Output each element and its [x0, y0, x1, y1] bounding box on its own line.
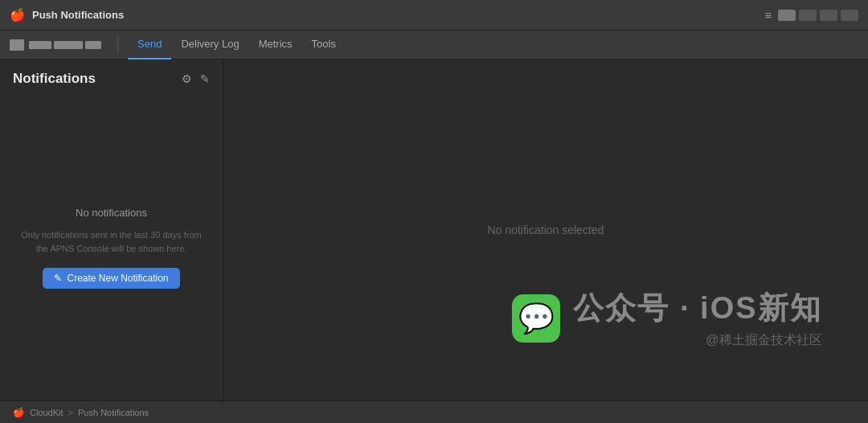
logo-text-2	[54, 41, 83, 49]
tab-metrics[interactable]: Metrics	[249, 31, 302, 60]
window-btn-2[interactable]	[799, 10, 817, 21]
tab-tools[interactable]: Tools	[302, 31, 346, 60]
breadcrumb-push-notifications: Push Notifications	[78, 408, 149, 417]
sidebar-title: Notifications	[13, 71, 96, 87]
create-button-label: Create New Notification	[67, 273, 168, 284]
tab-delivery-log[interactable]: Delivery Log	[171, 31, 248, 60]
bottombar: 🍎 CloudKit > Push Notifications	[0, 400, 868, 423]
no-selection-text: No notification selected	[488, 224, 604, 236]
titlebar-controls: ≡	[765, 9, 858, 22]
window-buttons	[778, 10, 858, 21]
titlebar: 🍎 Push Notifications ≡	[0, 0, 868, 31]
sidebar-header: Notifications ⚙ ✎	[0, 60, 223, 95]
edit-icon[interactable]: ✎	[200, 72, 210, 85]
tab-send[interactable]: Send	[128, 31, 171, 60]
create-notification-button[interactable]: ✎ Create New Notification	[43, 268, 179, 289]
right-panel: No notification selected	[223, 60, 868, 400]
breadcrumb-cloudkit[interactable]: CloudKit	[30, 408, 63, 417]
titlebar-title: Push Notifications	[32, 9, 124, 21]
apple-icon: 🍎	[10, 7, 26, 23]
sidebar-icon-group: ⚙ ✎	[182, 72, 210, 85]
toolbar-logo	[10, 39, 101, 51]
sidebar: Notifications ⚙ ✎ No notifications Only …	[0, 60, 223, 400]
empty-subtitle: Only notifications sent in the last 30 d…	[16, 228, 207, 255]
logo-text-1	[29, 41, 51, 49]
logo-text-3	[85, 41, 101, 49]
logo-text	[29, 41, 101, 49]
gear-icon[interactable]: ⚙	[182, 72, 192, 85]
breadcrumb-separator: >	[68, 408, 73, 417]
window-btn-1[interactable]	[778, 10, 796, 21]
main-content: Notifications ⚙ ✎ No notifications Only …	[0, 60, 868, 400]
tab-separator	[117, 37, 118, 53]
toolbar: Send Delivery Log Metrics Tools	[0, 31, 868, 60]
empty-title: No notifications	[76, 207, 147, 219]
breadcrumb-apple-icon: 🍎	[13, 407, 25, 418]
sidebar-empty-state: No notifications Only notifications sent…	[0, 95, 223, 400]
window-btn-4[interactable]	[841, 10, 858, 21]
hamburger-icon[interactable]: ≡	[765, 9, 772, 22]
create-icon: ✎	[54, 273, 62, 284]
logo-block	[10, 39, 24, 51]
window-btn-3[interactable]	[820, 10, 837, 21]
